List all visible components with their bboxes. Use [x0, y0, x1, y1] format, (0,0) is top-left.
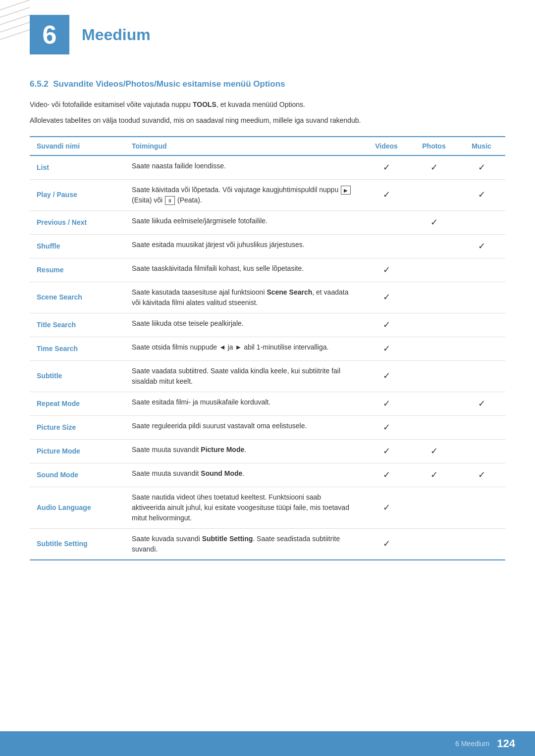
cell-music-check	[458, 155, 505, 180]
cell-description: Saate liikuda eelmisele/järgmisele fotof…	[125, 210, 363, 234]
table-row: Repeat ModeSaate esitada filmi- ja muusi…	[30, 392, 505, 415]
intro-paragraph-2: Allolevates tabelites on välja toodud su…	[30, 115, 505, 126]
cell-description: Saate vaadata subtiitred. Saate valida k…	[125, 360, 363, 392]
check-icon	[383, 446, 390, 456]
check-icon	[478, 162, 485, 172]
check-icon	[478, 241, 485, 251]
cell-option-name: List	[30, 155, 125, 180]
cell-videos-check	[363, 392, 410, 415]
check-icon	[383, 470, 390, 480]
cell-music-check	[458, 360, 505, 392]
check-icon	[383, 265, 390, 275]
check-icon	[478, 470, 485, 480]
table-row: Previous / NextSaate liikuda eelmisele/j…	[30, 210, 505, 234]
check-icon	[478, 399, 485, 408]
cell-photos-check	[410, 528, 458, 560]
check-icon	[383, 190, 390, 200]
cell-videos-check	[363, 234, 410, 258]
cell-music-check	[458, 258, 505, 282]
cell-description: Saate nautida videot ühes toetatud keelt…	[125, 487, 363, 528]
cell-description: Saate käivitada või lõpetada. Või vajuta…	[125, 179, 363, 210]
cell-videos-check	[363, 439, 410, 463]
check-icon	[383, 503, 390, 512]
bold-text: Sound Mode	[201, 469, 242, 477]
cell-photos-check	[410, 439, 458, 463]
intro-paragraph-1: Video- või fotofailide esitamisel võite …	[30, 99, 505, 110]
cell-option-name: Scene Search	[30, 282, 125, 313]
cell-videos-check	[363, 258, 410, 282]
check-icon	[430, 446, 438, 456]
page-footer: 6 Meedium 124	[0, 731, 535, 756]
cell-option-name: Picture Mode	[30, 439, 125, 463]
table-row: ListSaate naasta failide loendisse.	[30, 155, 505, 180]
cell-photos-check	[410, 313, 458, 337]
cell-music-check	[458, 415, 505, 439]
cell-videos-check	[363, 210, 410, 234]
cell-option-name: Time Search	[30, 337, 125, 360]
table-row: Audio LanguageSaate nautida videot ühes …	[30, 487, 505, 528]
check-icon	[383, 539, 390, 549]
cell-music-check	[458, 337, 505, 360]
cell-photos-check	[410, 415, 458, 439]
footer-chapter-label: 6 Meedium	[455, 740, 489, 748]
cell-videos-check	[363, 360, 410, 392]
cell-option-name: Play / Pause	[30, 179, 125, 210]
cell-description: Saate esitada muusikat järjest või juhus…	[125, 234, 363, 258]
cell-photos-check	[410, 487, 458, 528]
table-row: Play / PauseSaate käivitada või lõpetada…	[30, 179, 505, 210]
cell-option-name: Resume	[30, 258, 125, 282]
cell-photos-check	[410, 282, 458, 313]
cell-photos-check	[410, 179, 458, 210]
cell-description: Saate kuvada suvandi Subtitle Setting. S…	[125, 528, 363, 560]
cell-description: Saate muuta suvandit Sound Mode.	[125, 463, 363, 487]
check-icon	[430, 217, 438, 227]
cell-description: Saate taaskäivitada filmifaili kohast, k…	[125, 258, 363, 282]
cell-description: Saate otsida filmis nuppude ◄ ja ► abil …	[125, 337, 363, 360]
media-icon: ⏸	[165, 196, 175, 205]
cell-videos-check	[363, 337, 410, 360]
cell-music-check	[458, 282, 505, 313]
chapter-number: 6	[43, 22, 57, 48]
main-content: 6.5.2 Suvandite Videos/Photos/Music esit…	[0, 64, 535, 590]
col-header-actions: Toimingud	[125, 137, 363, 155]
col-header-music: Music	[458, 137, 505, 155]
media-icon: ▶	[341, 186, 351, 195]
cell-music-check	[458, 528, 505, 560]
cell-videos-check	[363, 179, 410, 210]
cell-videos-check	[363, 415, 410, 439]
cell-videos-check	[363, 155, 410, 180]
cell-description: Saate liikuda otse teisele pealkirjale.	[125, 313, 363, 337]
table-row: ResumeSaate taaskäivitada filmifaili koh…	[30, 258, 505, 282]
cell-videos-check	[363, 487, 410, 528]
col-header-videos: Videos	[363, 137, 410, 155]
bold-text: Scene Search	[267, 288, 312, 296]
cell-music-check	[458, 463, 505, 487]
footer-page-number: 124	[497, 737, 515, 750]
cell-photos-check	[410, 155, 458, 180]
check-icon	[383, 162, 390, 172]
cell-videos-check	[363, 463, 410, 487]
cell-music-check	[458, 179, 505, 210]
cell-description: Saate naasta failide loendisse.	[125, 155, 363, 180]
cell-photos-check	[410, 360, 458, 392]
table-header-row: Suvandi nimi Toimingud Videos Photos Mus…	[30, 137, 505, 155]
cell-option-name: Audio Language	[30, 487, 125, 528]
chapter-box: 6	[30, 15, 69, 54]
cell-option-name: Previous / Next	[30, 210, 125, 234]
table-row: SubtitleSaate vaadata subtiitred. Saate …	[30, 360, 505, 392]
cell-photos-check	[410, 337, 458, 360]
cell-option-name: Repeat Mode	[30, 392, 125, 415]
table-row: Time SearchSaate otsida filmis nuppude ◄…	[30, 337, 505, 360]
table-row: Title SearchSaate liikuda otse teisele p…	[30, 313, 505, 337]
table-row: ShuffleSaate esitada muusikat järjest võ…	[30, 234, 505, 258]
bold-text: Subtitle Setting	[202, 535, 253, 543]
cell-videos-check	[363, 313, 410, 337]
check-icon	[383, 371, 390, 381]
check-icon	[383, 399, 390, 408]
cell-description: Saate muuta suvandit Picture Mode.	[125, 439, 363, 463]
cell-music-check	[458, 392, 505, 415]
cell-photos-check	[410, 258, 458, 282]
check-icon	[383, 292, 390, 302]
check-icon	[383, 320, 390, 330]
check-icon	[430, 470, 438, 480]
